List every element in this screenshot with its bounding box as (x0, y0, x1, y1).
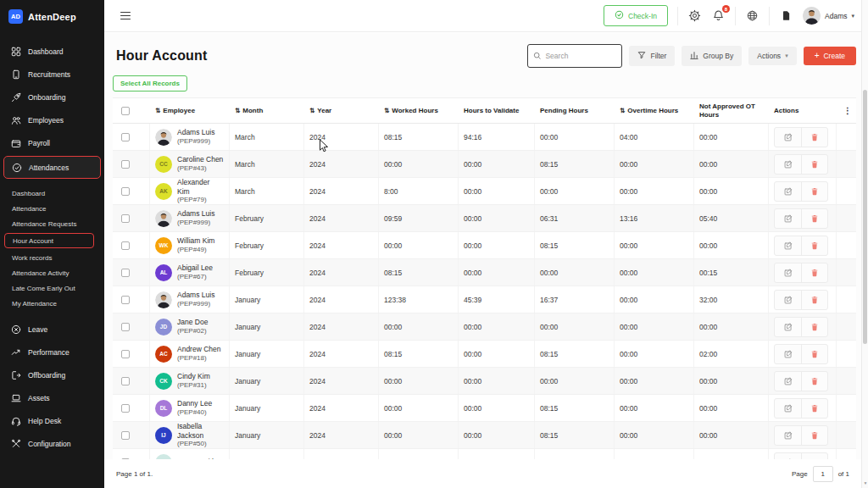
edit-button[interactable] (775, 236, 801, 255)
language-globe-icon[interactable] (745, 8, 760, 23)
sidebar-subitem-attendance-activity[interactable]: Attendance Activity (0, 265, 104, 280)
sidebar-item-performance[interactable]: Performance (0, 341, 104, 363)
row-checkbox[interactable] (121, 296, 130, 304)
cell-employee: AKAlexander Kim(PEP#79) (150, 178, 230, 204)
row-checkbox[interactable] (121, 350, 130, 358)
edit-button[interactable] (775, 345, 801, 363)
select-all-records-button[interactable]: Select All Records (113, 75, 187, 92)
topbar-divider (735, 7, 736, 25)
row-checkbox[interactable] (121, 323, 130, 331)
cell-year: 2024 (304, 124, 379, 150)
row-checkbox[interactable] (121, 269, 130, 277)
column-options-icon[interactable]: ⋮ (837, 106, 856, 116)
cell-actions (769, 205, 837, 231)
row-checkbox[interactable] (121, 377, 130, 385)
sidebar-item-help-desk[interactable]: Help Desk (0, 409, 104, 432)
scrollbar-thumb[interactable] (863, 90, 867, 344)
actions-button[interactable]: Actions ▾ (748, 47, 796, 65)
delete-button[interactable] (801, 155, 827, 174)
delete-button[interactable] (801, 236, 827, 255)
column-header-year[interactable]: ⇅Year (304, 107, 379, 115)
delete-button[interactable] (801, 291, 827, 309)
cell-actions (769, 259, 837, 286)
cell-employee: JDJane Doe(PEP#02) (150, 313, 230, 340)
row-checkbox[interactable] (121, 160, 130, 169)
scrollbar-track[interactable]: ▼ (861, 0, 868, 488)
page-label: Page (792, 470, 808, 478)
sidebar-subitem-work-records[interactable]: Work records (0, 250, 104, 265)
document-icon[interactable] (779, 8, 793, 23)
cell-actions (769, 178, 837, 204)
column-header-employee[interactable]: ⇅Employee (150, 107, 230, 115)
notifications-bell-icon[interactable]: 8 (711, 8, 726, 23)
table-row: AKAlexander Kim(PEP#79)March20248:0000:0… (113, 178, 856, 205)
sidebar-subitem-hour-account[interactable]: Hour Account (4, 233, 94, 248)
sidebar-nav-attendance-sub: DashboardAttendanceAttendance RequestsHo… (0, 180, 104, 313)
employee-pep: (PEP#43) (177, 164, 223, 173)
header-checkbox[interactable] (121, 107, 130, 115)
cell-overtime: 00:00 (615, 232, 694, 258)
sidebar-item-employees[interactable]: Employees (0, 108, 104, 131)
cell-not_approved: 00:00 (694, 422, 769, 448)
sidebar-subitem-late-come-early-out[interactable]: Late Come Early Out (0, 280, 104, 296)
sidebar-item-payroll[interactable]: Payroll (0, 131, 104, 154)
column-header-label: Overtime Hours (627, 107, 678, 115)
row-checkbox[interactable] (121, 404, 130, 413)
sidebar-subitem-dashboard[interactable]: Dashboard (0, 186, 104, 201)
column-header-worked-hours[interactable]: ⇅Worked Hours (379, 107, 459, 115)
scrollbar-arrow-icon[interactable]: ▼ (862, 480, 868, 485)
edit-button[interactable] (775, 128, 801, 147)
edit-button[interactable] (775, 182, 801, 201)
edit-button[interactable] (775, 426, 801, 445)
row-checkbox[interactable] (121, 133, 130, 141)
sidebar-item-onboarding[interactable]: Onboarding (0, 86, 104, 108)
column-header-month[interactable]: ⇅Month (230, 107, 304, 115)
edit-button[interactable] (775, 291, 801, 309)
page-number-input[interactable] (813, 466, 833, 482)
delete-button[interactable] (801, 426, 827, 445)
sidebar-item-recruitments[interactable]: Recruitments (0, 63, 104, 86)
menu-toggle-icon[interactable] (118, 9, 133, 23)
sidebar-item-leave[interactable]: Leave (0, 318, 104, 341)
cell-worked: 00:00 (379, 395, 459, 421)
filter-button[interactable]: Filter (629, 46, 675, 66)
column-header-overtime-hours[interactable]: ⇅Overtime Hours (615, 107, 694, 115)
search-input[interactable] (545, 52, 616, 60)
row-checkbox[interactable] (121, 187, 130, 196)
rocket-icon (10, 92, 21, 103)
group-by-button[interactable]: Group By (682, 46, 742, 66)
sidebar-subitem-attendance-requests[interactable]: Attendance Requests (0, 216, 104, 231)
edit-button[interactable] (775, 263, 801, 282)
edit-button[interactable] (775, 209, 801, 228)
sidebar-item-configuration[interactable]: Configuration (0, 432, 104, 455)
edit-button[interactable] (775, 318, 801, 336)
delete-button[interactable] (801, 209, 827, 228)
column-header-label: Worked Hours (392, 107, 438, 115)
check-in-button[interactable]: Check-In (604, 5, 668, 26)
delete-button[interactable] (801, 372, 827, 391)
delete-button[interactable] (801, 399, 827, 418)
delete-button[interactable] (801, 318, 827, 336)
sidebar-item-assets[interactable]: Assets (0, 386, 104, 409)
cell-not_approved: 02:00 (694, 341, 769, 367)
row-checkbox[interactable] (121, 241, 130, 250)
sidebar-subitem-attendance[interactable]: Attendance (0, 201, 104, 216)
row-checkbox[interactable] (121, 431, 130, 440)
delete-button[interactable] (801, 263, 827, 282)
delete-button[interactable] (801, 128, 827, 147)
create-button[interactable]: + Create (804, 47, 856, 65)
edit-button[interactable] (775, 399, 801, 418)
app-logo[interactable]: AD AttenDeep (0, 0, 104, 31)
sidebar-item-offboarding[interactable]: Offboarding (0, 363, 104, 386)
cell-year: 2024 (304, 151, 379, 177)
delete-button[interactable] (801, 345, 827, 363)
sidebar-subitem-my-attendance[interactable]: My Attendance (0, 296, 104, 311)
edit-button[interactable] (775, 155, 801, 174)
sidebar-item-attendances[interactable]: Attendances (3, 156, 101, 179)
user-menu[interactable]: Adams ▾ (803, 7, 854, 25)
row-checkbox[interactable] (121, 214, 130, 223)
sidebar-item-dashboard[interactable]: Dashboard (0, 40, 104, 63)
delete-button[interactable] (801, 182, 827, 201)
settings-gear-icon[interactable] (687, 8, 702, 23)
edit-button[interactable] (775, 372, 801, 391)
